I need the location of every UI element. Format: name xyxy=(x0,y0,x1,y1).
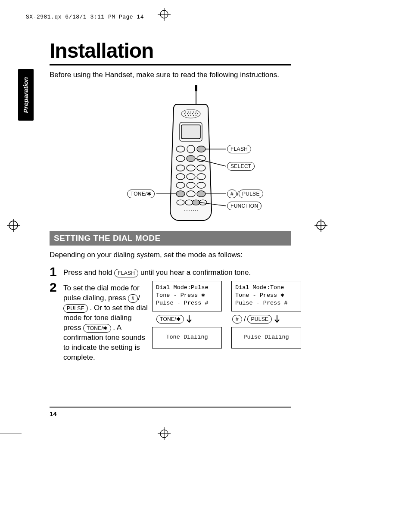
hash-button-inline: # xyxy=(128,294,138,303)
svg-point-18 xyxy=(193,112,194,112)
step-1-pre: Press and hold xyxy=(63,268,114,277)
svg-point-16 xyxy=(188,112,189,112)
svg-point-58 xyxy=(191,210,192,211)
trim-mark xyxy=(307,405,307,431)
pulse-button-inline: PULSE xyxy=(63,304,88,313)
lcd-screen-pulse-result: Pulse Dialing xyxy=(231,327,301,348)
svg-point-27 xyxy=(188,115,189,116)
step-2: 2 To set the dial mode for pulse dialing… xyxy=(50,281,291,363)
handset-diagram: FLASH SELECT #/PULSE FUNCTION TONE/✱ xyxy=(80,85,261,223)
trim-mark xyxy=(0,433,22,434)
svg-point-53 xyxy=(192,200,200,205)
lcd-column-tone: Dial Mode:Pulse Tone - Press ✱ Pulse - P… xyxy=(152,281,222,348)
hash-button-mid: # xyxy=(232,315,242,324)
svg-point-61 xyxy=(197,210,198,211)
registration-mark-icon xyxy=(158,8,171,21)
section-tab-label: Preparation xyxy=(22,77,30,112)
hash-button-label: # xyxy=(227,190,237,198)
svg-point-15 xyxy=(185,112,186,112)
footer-rule xyxy=(50,407,291,408)
arrow-tone: TONE/✱ xyxy=(156,314,222,324)
page-number: 14 xyxy=(50,410,57,417)
flash-button-label: FLASH xyxy=(227,145,251,153)
svg-point-55 xyxy=(184,210,185,211)
section-heading: SETTING THE DIAL MODE xyxy=(50,231,291,246)
svg-point-59 xyxy=(193,210,194,211)
callout-tone-star: TONE/✱ xyxy=(127,190,155,198)
svg-point-50 xyxy=(197,191,206,197)
svg-point-56 xyxy=(187,210,187,211)
svg-point-21 xyxy=(187,113,188,114)
flash-button-inline: FLASH xyxy=(114,269,138,277)
registration-mark-icon xyxy=(158,427,171,440)
step-2-text: To set the dial mode for pulse dialing, … xyxy=(63,281,149,363)
svg-point-17 xyxy=(190,112,191,112)
svg-point-57 xyxy=(189,210,190,211)
svg-point-60 xyxy=(195,210,196,211)
print-slug: SX-2981.qx 6/18/1 3:11 PM Page 14 xyxy=(26,14,144,20)
trim-mark xyxy=(307,0,307,26)
svg-point-22 xyxy=(190,113,190,114)
step-number: 1 xyxy=(50,265,59,278)
svg-rect-31 xyxy=(181,125,200,139)
svg-point-48 xyxy=(176,191,185,197)
callout-flash: FLASH xyxy=(227,145,251,153)
page-title: Installation xyxy=(50,39,291,65)
svg-point-19 xyxy=(196,112,196,112)
lcd-column-pulse: Dial Mode:Tone Tone - Press ✱ Pulse - Pr… xyxy=(231,281,301,348)
svg-point-25 xyxy=(197,113,198,114)
intro-text: Before using the Handset, make sure to r… xyxy=(50,71,291,79)
svg-rect-13 xyxy=(195,85,197,91)
lcd-screen-tone-result: Tone Dialing xyxy=(152,327,222,348)
select-button-label: SELECT xyxy=(227,162,255,171)
lcd-screen-pulse-mode: Dial Mode:Pulse Tone - Press ✱ Pulse - P… xyxy=(152,281,222,311)
lcd-examples: Dial Mode:Pulse Tone - Press ✱ Pulse - P… xyxy=(152,281,301,348)
section-intro: Depending on your dialing system, set th… xyxy=(50,251,291,259)
step-1-post: until you hear a confirmation tone. xyxy=(140,268,251,277)
svg-point-29 xyxy=(193,115,194,116)
tone-star-button-inline: TONE/✱ xyxy=(83,324,111,333)
arrow-pulse: #/PULSE xyxy=(232,314,301,324)
function-button-label: FUNCTION xyxy=(227,202,262,210)
tone-star-button-mid: TONE/✱ xyxy=(156,315,184,324)
svg-point-24 xyxy=(195,113,196,114)
section-tab: Preparation xyxy=(18,69,34,121)
lcd-screen-tone-mode: Dial Mode:Tone Tone - Press ✱ Pulse - Pr… xyxy=(231,281,301,311)
tone-star-button-label: TONE/✱ xyxy=(127,190,155,198)
pulse-button-mid: PULSE xyxy=(247,315,272,324)
down-arrow-icon xyxy=(274,314,280,324)
svg-point-37 xyxy=(187,156,195,162)
step-1: 1 Press and hold FLASH until you hear a … xyxy=(50,265,291,278)
step-number: 2 xyxy=(50,281,59,294)
callout-function: FUNCTION xyxy=(227,202,262,210)
callout-hash-pulse: #/PULSE xyxy=(227,190,263,198)
svg-point-20 xyxy=(184,113,185,114)
svg-point-26 xyxy=(185,115,186,116)
registration-mark-icon xyxy=(7,219,20,232)
registration-mark-icon xyxy=(314,219,327,232)
pulse-button-label: PULSE xyxy=(239,190,263,198)
svg-point-23 xyxy=(192,113,193,114)
svg-point-28 xyxy=(190,115,191,116)
down-arrow-icon xyxy=(186,314,193,324)
svg-point-35 xyxy=(197,146,206,152)
callout-select: SELECT xyxy=(227,162,255,171)
svg-point-30 xyxy=(196,115,196,116)
